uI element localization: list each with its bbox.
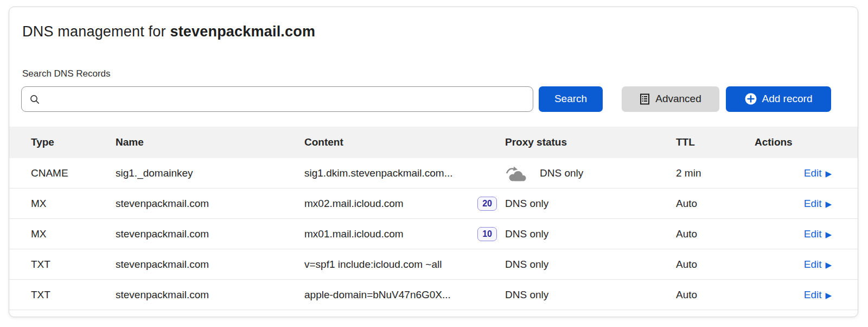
actions-cell: Edit▶	[755, 228, 832, 240]
actions-cell: Edit▶	[755, 259, 832, 271]
record-content-cell: mx02.mail.icloud.com 20	[304, 197, 505, 211]
record-content: mx02.mail.icloud.com	[304, 198, 404, 210]
record-name: sig1._domainkey	[116, 167, 304, 179]
edit-link-label: Edit	[804, 289, 822, 301]
proxy-status-cell: DNS only	[505, 228, 676, 240]
edit-link[interactable]: Edit▶	[804, 289, 832, 301]
column-header-actions: Actions	[755, 136, 832, 148]
record-ttl: 2 min	[676, 167, 755, 179]
search-toolbar: Search Advanced	[21, 86, 858, 112]
record-type: CNAME	[31, 167, 116, 179]
edit-arrow-icon: ▶	[825, 261, 832, 269]
column-header-proxy-status: Proxy status	[505, 136, 676, 148]
proxy-status-cell: DNS only	[505, 289, 676, 301]
record-type: TXT	[31, 289, 116, 301]
add-record-button-label: Add record	[762, 93, 813, 105]
table-row: CNAME sig1._domainkey sig1.dkim.stevenpa…	[9, 158, 858, 188]
proxy-status-text: DNS only	[505, 259, 548, 271]
record-ttl: Auto	[676, 198, 755, 210]
dns-records-table: Type Name Content Proxy status TTL Actio…	[9, 127, 858, 310]
record-name: stevenpackmail.com	[116, 228, 304, 240]
record-ttl: Auto	[676, 289, 755, 301]
table-header-row: Type Name Content Proxy status TTL Actio…	[9, 127, 858, 158]
search-input[interactable]	[21, 86, 533, 112]
search-button[interactable]: Search	[539, 86, 603, 112]
search-input-wrap	[21, 86, 533, 112]
edit-arrow-icon: ▶	[825, 230, 832, 238]
proxy-status-text: DNS only	[505, 228, 548, 240]
edit-link[interactable]: Edit▶	[804, 259, 832, 271]
list-document-icon	[640, 93, 650, 105]
plus-circle-icon	[745, 93, 757, 105]
edit-link-label: Edit	[804, 228, 822, 240]
edit-link-label: Edit	[804, 259, 822, 271]
edit-link[interactable]: Edit▶	[804, 167, 832, 179]
record-name: stevenpackmail.com	[116, 289, 304, 301]
record-name: stevenpackmail.com	[116, 259, 304, 271]
column-header-name: Name	[116, 136, 304, 148]
add-record-button[interactable]: Add record	[726, 86, 831, 112]
column-header-type: Type	[31, 136, 116, 148]
record-content: v=spf1 include:icloud.com ~all	[304, 259, 442, 271]
actions-cell: Edit▶	[755, 198, 832, 210]
record-ttl: Auto	[676, 228, 755, 240]
record-content: mx01.mail.icloud.com	[304, 228, 404, 240]
record-content: sig1.dkim.stevenpackmail.com...	[304, 167, 453, 179]
edit-link[interactable]: Edit▶	[804, 228, 832, 240]
table-row: MX stevenpackmail.com mx02.mail.icloud.c…	[9, 188, 858, 219]
table-row: TXT stevenpackmail.com v=spf1 include:ic…	[9, 249, 858, 280]
search-button-label: Search	[554, 93, 587, 105]
page-title-prefix: DNS management for	[22, 23, 170, 40]
advanced-button-label: Advanced	[655, 93, 701, 105]
table-row: MX stevenpackmail.com mx01.mail.icloud.c…	[9, 219, 858, 249]
search-icon	[29, 94, 40, 105]
edit-arrow-icon: ▶	[825, 291, 832, 299]
priority-badge: 20	[477, 197, 497, 211]
edit-arrow-icon: ▶	[825, 169, 832, 178]
table-body: CNAME sig1._domainkey sig1.dkim.stevenpa…	[9, 158, 858, 310]
record-ttl: Auto	[676, 259, 755, 271]
search-dns-records-label: Search DNS Records	[22, 68, 845, 79]
edit-link-label: Edit	[804, 198, 822, 210]
dns-management-card: DNS management for stevenpackmail.com Se…	[9, 7, 858, 317]
record-type: MX	[31, 228, 116, 240]
actions-cell: Edit▶	[755, 167, 832, 179]
proxy-status-cell: DNS only	[505, 198, 676, 210]
proxy-status-text: DNS only	[505, 198, 548, 210]
proxy-status-text: DNS only	[505, 289, 548, 301]
proxy-status-cell: DNS only	[505, 259, 676, 271]
record-type: TXT	[31, 259, 116, 271]
edit-link[interactable]: Edit▶	[804, 198, 832, 210]
dns-only-cloud-icon	[505, 165, 529, 181]
actions-cell: Edit▶	[755, 289, 832, 301]
edit-link-label: Edit	[804, 167, 822, 179]
column-header-ttl: TTL	[676, 136, 755, 148]
record-content-cell: sig1.dkim.stevenpackmail.com...	[304, 167, 505, 179]
page-title-domain: stevenpackmail.com	[170, 23, 315, 40]
column-header-content: Content	[304, 136, 505, 148]
priority-badge: 10	[477, 227, 497, 241]
record-content-cell: mx01.mail.icloud.com 10	[304, 227, 505, 241]
record-content-cell: apple-domain=bNuV47n6G0X...	[304, 289, 505, 301]
advanced-button[interactable]: Advanced	[622, 86, 719, 112]
record-type: MX	[31, 198, 116, 210]
record-name: stevenpackmail.com	[116, 198, 304, 210]
proxy-status-cell: DNS only	[505, 165, 676, 181]
table-row: TXT stevenpackmail.com apple-domain=bNuV…	[9, 280, 858, 310]
edit-arrow-icon: ▶	[825, 200, 832, 208]
proxy-status-text: DNS only	[540, 167, 583, 179]
page-title: DNS management for stevenpackmail.com	[22, 23, 845, 40]
record-content: apple-domain=bNuV47n6G0X...	[304, 289, 451, 301]
record-content-cell: v=spf1 include:icloud.com ~all	[304, 259, 505, 271]
